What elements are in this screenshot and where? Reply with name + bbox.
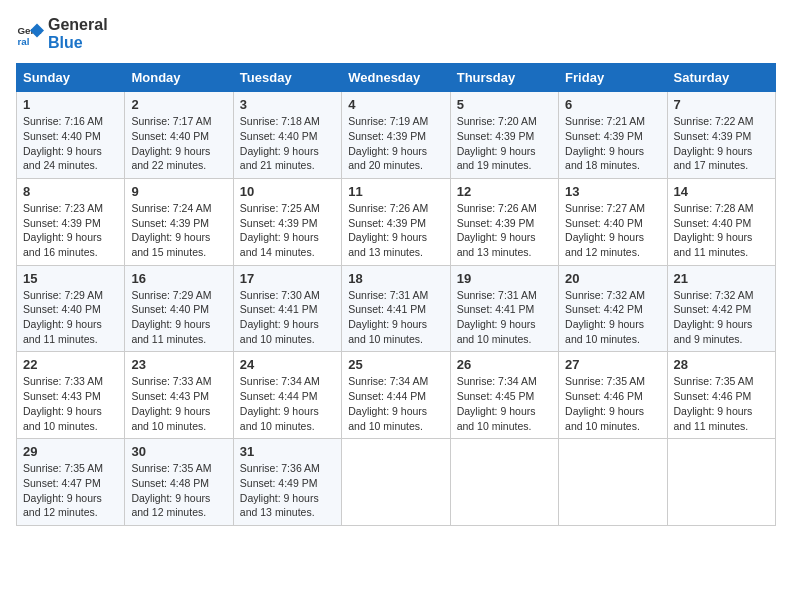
- calendar-week-row: 8 Sunrise: 7:23 AMSunset: 4:39 PMDayligh…: [17, 178, 776, 265]
- calendar-cell: 13 Sunrise: 7:27 AMSunset: 4:40 PMDaylig…: [559, 178, 667, 265]
- day-info: Sunrise: 7:32 AMSunset: 4:42 PMDaylight:…: [565, 288, 660, 347]
- day-info: Sunrise: 7:27 AMSunset: 4:40 PMDaylight:…: [565, 201, 660, 260]
- calendar-cell: [450, 439, 558, 526]
- day-info: Sunrise: 7:26 AMSunset: 4:39 PMDaylight:…: [457, 201, 552, 260]
- calendar-cell: 14 Sunrise: 7:28 AMSunset: 4:40 PMDaylig…: [667, 178, 775, 265]
- calendar-cell: 3 Sunrise: 7:18 AMSunset: 4:40 PMDayligh…: [233, 92, 341, 179]
- day-number: 23: [131, 357, 226, 372]
- calendar-cell: 5 Sunrise: 7:20 AMSunset: 4:39 PMDayligh…: [450, 92, 558, 179]
- calendar-cell: 19 Sunrise: 7:31 AMSunset: 4:41 PMDaylig…: [450, 265, 558, 352]
- weekday-header-wednesday: Wednesday: [342, 64, 450, 92]
- day-info: Sunrise: 7:35 AMSunset: 4:46 PMDaylight:…: [565, 374, 660, 433]
- day-info: Sunrise: 7:35 AMSunset: 4:46 PMDaylight:…: [674, 374, 769, 433]
- calendar-cell: 11 Sunrise: 7:26 AMSunset: 4:39 PMDaylig…: [342, 178, 450, 265]
- weekday-header-saturday: Saturday: [667, 64, 775, 92]
- day-info: Sunrise: 7:33 AMSunset: 4:43 PMDaylight:…: [131, 374, 226, 433]
- weekday-header-thursday: Thursday: [450, 64, 558, 92]
- day-number: 3: [240, 97, 335, 112]
- day-number: 17: [240, 271, 335, 286]
- calendar-cell: [559, 439, 667, 526]
- calendar-cell: 4 Sunrise: 7:19 AMSunset: 4:39 PMDayligh…: [342, 92, 450, 179]
- day-number: 16: [131, 271, 226, 286]
- calendar-week-row: 15 Sunrise: 7:29 AMSunset: 4:40 PMDaylig…: [17, 265, 776, 352]
- day-info: Sunrise: 7:29 AMSunset: 4:40 PMDaylight:…: [23, 288, 118, 347]
- calendar-week-row: 22 Sunrise: 7:33 AMSunset: 4:43 PMDaylig…: [17, 352, 776, 439]
- day-number: 18: [348, 271, 443, 286]
- day-number: 28: [674, 357, 769, 372]
- day-number: 13: [565, 184, 660, 199]
- calendar-week-row: 1 Sunrise: 7:16 AMSunset: 4:40 PMDayligh…: [17, 92, 776, 179]
- day-info: Sunrise: 7:22 AMSunset: 4:39 PMDaylight:…: [674, 114, 769, 173]
- day-number: 5: [457, 97, 552, 112]
- day-number: 30: [131, 444, 226, 459]
- day-number: 14: [674, 184, 769, 199]
- day-number: 15: [23, 271, 118, 286]
- day-number: 11: [348, 184, 443, 199]
- day-number: 12: [457, 184, 552, 199]
- day-number: 6: [565, 97, 660, 112]
- day-number: 29: [23, 444, 118, 459]
- calendar-cell: 9 Sunrise: 7:24 AMSunset: 4:39 PMDayligh…: [125, 178, 233, 265]
- calendar-cell: 12 Sunrise: 7:26 AMSunset: 4:39 PMDaylig…: [450, 178, 558, 265]
- weekday-header-row: SundayMondayTuesdayWednesdayThursdayFrid…: [17, 64, 776, 92]
- day-info: Sunrise: 7:34 AMSunset: 4:44 PMDaylight:…: [240, 374, 335, 433]
- calendar-cell: 6 Sunrise: 7:21 AMSunset: 4:39 PMDayligh…: [559, 92, 667, 179]
- calendar-cell: 16 Sunrise: 7:29 AMSunset: 4:40 PMDaylig…: [125, 265, 233, 352]
- day-info: Sunrise: 7:16 AMSunset: 4:40 PMDaylight:…: [23, 114, 118, 173]
- day-number: 25: [348, 357, 443, 372]
- calendar-cell: 18 Sunrise: 7:31 AMSunset: 4:41 PMDaylig…: [342, 265, 450, 352]
- calendar-cell: [342, 439, 450, 526]
- day-number: 1: [23, 97, 118, 112]
- calendar-cell: 10 Sunrise: 7:25 AMSunset: 4:39 PMDaylig…: [233, 178, 341, 265]
- day-number: 7: [674, 97, 769, 112]
- day-number: 31: [240, 444, 335, 459]
- weekday-header-friday: Friday: [559, 64, 667, 92]
- day-number: 9: [131, 184, 226, 199]
- calendar-cell: 25 Sunrise: 7:34 AMSunset: 4:44 PMDaylig…: [342, 352, 450, 439]
- calendar-week-row: 29 Sunrise: 7:35 AMSunset: 4:47 PMDaylig…: [17, 439, 776, 526]
- calendar-cell: 20 Sunrise: 7:32 AMSunset: 4:42 PMDaylig…: [559, 265, 667, 352]
- day-info: Sunrise: 7:32 AMSunset: 4:42 PMDaylight:…: [674, 288, 769, 347]
- day-info: Sunrise: 7:36 AMSunset: 4:49 PMDaylight:…: [240, 461, 335, 520]
- logo-icon: Gene ral: [16, 20, 44, 48]
- day-number: 2: [131, 97, 226, 112]
- calendar-cell: 21 Sunrise: 7:32 AMSunset: 4:42 PMDaylig…: [667, 265, 775, 352]
- day-info: Sunrise: 7:18 AMSunset: 4:40 PMDaylight:…: [240, 114, 335, 173]
- day-number: 22: [23, 357, 118, 372]
- calendar-cell: 27 Sunrise: 7:35 AMSunset: 4:46 PMDaylig…: [559, 352, 667, 439]
- calendar-cell: 2 Sunrise: 7:17 AMSunset: 4:40 PMDayligh…: [125, 92, 233, 179]
- calendar-cell: 31 Sunrise: 7:36 AMSunset: 4:49 PMDaylig…: [233, 439, 341, 526]
- day-number: 10: [240, 184, 335, 199]
- day-info: Sunrise: 7:19 AMSunset: 4:39 PMDaylight:…: [348, 114, 443, 173]
- day-info: Sunrise: 7:25 AMSunset: 4:39 PMDaylight:…: [240, 201, 335, 260]
- calendar-cell: 29 Sunrise: 7:35 AMSunset: 4:47 PMDaylig…: [17, 439, 125, 526]
- calendar-cell: 26 Sunrise: 7:34 AMSunset: 4:45 PMDaylig…: [450, 352, 558, 439]
- day-info: Sunrise: 7:21 AMSunset: 4:39 PMDaylight:…: [565, 114, 660, 173]
- day-info: Sunrise: 7:34 AMSunset: 4:45 PMDaylight:…: [457, 374, 552, 433]
- day-number: 24: [240, 357, 335, 372]
- day-info: Sunrise: 7:23 AMSunset: 4:39 PMDaylight:…: [23, 201, 118, 260]
- calendar-cell: [667, 439, 775, 526]
- calendar-table: SundayMondayTuesdayWednesdayThursdayFrid…: [16, 63, 776, 526]
- day-number: 4: [348, 97, 443, 112]
- day-info: Sunrise: 7:28 AMSunset: 4:40 PMDaylight:…: [674, 201, 769, 260]
- calendar-cell: 17 Sunrise: 7:30 AMSunset: 4:41 PMDaylig…: [233, 265, 341, 352]
- day-number: 20: [565, 271, 660, 286]
- weekday-header-monday: Monday: [125, 64, 233, 92]
- calendar-cell: 1 Sunrise: 7:16 AMSunset: 4:40 PMDayligh…: [17, 92, 125, 179]
- svg-text:ral: ral: [17, 35, 29, 46]
- day-number: 21: [674, 271, 769, 286]
- day-info: Sunrise: 7:17 AMSunset: 4:40 PMDaylight:…: [131, 114, 226, 173]
- page-header: Gene ral General Blue: [16, 16, 776, 51]
- calendar-cell: 30 Sunrise: 7:35 AMSunset: 4:48 PMDaylig…: [125, 439, 233, 526]
- calendar-cell: 7 Sunrise: 7:22 AMSunset: 4:39 PMDayligh…: [667, 92, 775, 179]
- day-info: Sunrise: 7:20 AMSunset: 4:39 PMDaylight:…: [457, 114, 552, 173]
- day-info: Sunrise: 7:34 AMSunset: 4:44 PMDaylight:…: [348, 374, 443, 433]
- day-info: Sunrise: 7:35 AMSunset: 4:47 PMDaylight:…: [23, 461, 118, 520]
- day-info: Sunrise: 7:30 AMSunset: 4:41 PMDaylight:…: [240, 288, 335, 347]
- day-number: 19: [457, 271, 552, 286]
- day-info: Sunrise: 7:29 AMSunset: 4:40 PMDaylight:…: [131, 288, 226, 347]
- calendar-cell: 23 Sunrise: 7:33 AMSunset: 4:43 PMDaylig…: [125, 352, 233, 439]
- calendar-cell: 22 Sunrise: 7:33 AMSunset: 4:43 PMDaylig…: [17, 352, 125, 439]
- weekday-header-tuesday: Tuesday: [233, 64, 341, 92]
